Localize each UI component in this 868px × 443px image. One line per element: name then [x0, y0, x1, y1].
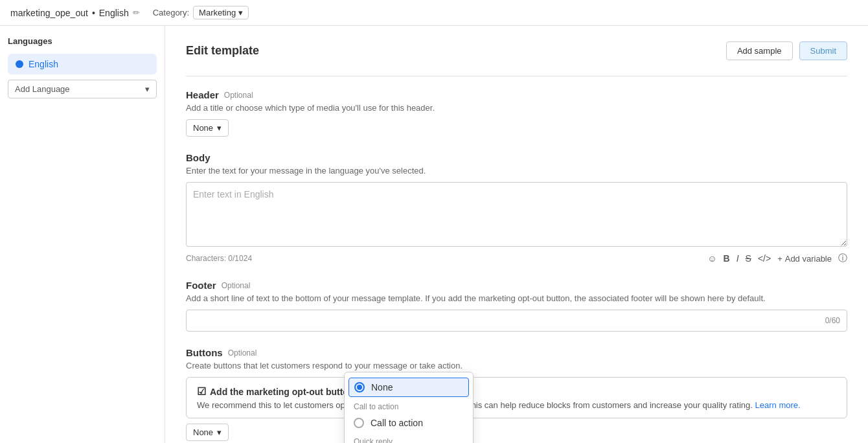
footer-input-row: 0/60 — [186, 310, 847, 332]
buttons-dropdown-chevron-icon: ▾ — [217, 427, 222, 437]
top-bar: marketing_ope_out • English ✏ Category: … — [0, 0, 868, 26]
sidebar-title: Languages — [8, 36, 157, 46]
header-dropdown-chevron-icon: ▾ — [217, 123, 222, 133]
edit-template-title: Edit template — [186, 44, 259, 58]
dropdown-item-none[interactable]: None — [348, 378, 469, 397]
emoji-icon[interactable]: ☺ — [707, 253, 716, 264]
add-language-dropdown[interactable]: Add Language ▾ — [8, 80, 157, 98]
plus-icon: + — [777, 254, 782, 264]
edit-template-header: Edit template Add sample Submit — [186, 41, 847, 60]
opt-out-desc: We recommend this to let customers opt o… — [197, 400, 836, 410]
edit-icon[interactable]: ✏ — [133, 8, 140, 17]
marketing-opt-out-box: ☑ Add the marketing opt-out button We re… — [186, 377, 847, 418]
radio-selected-icon — [16, 60, 23, 68]
body-section: Body Enter the text for your message in … — [186, 152, 847, 264]
toolbar-icons: ☺ B I S </> + Add variable ⓘ — [707, 253, 847, 264]
radio-inner-icon — [357, 385, 362, 390]
body-desc: Enter the text for your message in the l… — [186, 166, 847, 176]
footer-desc: Add a short line of text to the bottom o… — [186, 293, 847, 303]
page-title: marketing_ope_out • English ✏ — [10, 8, 140, 18]
submit-button[interactable]: Submit — [799, 41, 847, 60]
footer-input[interactable] — [193, 315, 820, 326]
category-chevron-icon: ▾ — [238, 8, 243, 17]
buttons-bottom-dropdown[interactable]: None ▾ — [186, 424, 229, 441]
char-count-row: Characters: 0/1024 ☺ B I S </> + Add var… — [186, 253, 847, 264]
category-label: Category: — [153, 8, 189, 17]
header-section: Header Optional Add a title or choose wh… — [186, 89, 847, 137]
dropdown-item-call-to-action[interactable]: Call to action — [345, 413, 473, 433]
footer-section: Footer Optional Add a short line of text… — [186, 280, 847, 332]
sidebar-item-english[interactable]: English — [8, 54, 157, 74]
dropdown-none-label: None — [371, 382, 393, 392]
footer-char-count: 0/60 — [825, 316, 840, 325]
language-label: English — [29, 59, 58, 69]
add-language-chevron-icon: ▾ — [145, 84, 150, 94]
add-language-label: Add Language — [15, 84, 70, 94]
sidebar: Languages English Add Language ▾ — [0, 26, 165, 443]
header-label: Header Optional — [186, 89, 847, 100]
footer-label: Footer Optional — [186, 280, 847, 291]
body-label: Body — [186, 152, 847, 163]
radio-cta-icon — [354, 418, 364, 428]
category-select[interactable]: Marketing ▾ — [193, 6, 249, 19]
header-dropdown[interactable]: None ▾ — [186, 119, 229, 137]
main-layout: Languages English Add Language ▾ Edit te… — [0, 26, 868, 443]
header-optional: Optional — [224, 91, 253, 100]
dropdown-overlay-menu: None Call to action Call to action Quick… — [344, 372, 474, 443]
buttons-section: Buttons Optional Create buttons that let… — [186, 347, 847, 441]
bottom-dropdown-row: None ▾ — [186, 424, 847, 441]
buttons-dropdown-value: None — [193, 427, 213, 437]
italic-icon[interactable]: I — [737, 253, 739, 264]
title-text: marketing_ope_out — [10, 8, 88, 18]
radio-none-icon — [354, 382, 365, 392]
content-area: Edit template Add sample Submit Header O… — [165, 26, 868, 443]
dropdown-section-quick-reply: Quick reply — [345, 433, 473, 443]
add-variable-button[interactable]: + Add variable — [777, 254, 832, 264]
add-sample-button[interactable]: Add sample — [726, 41, 793, 60]
footer-optional: Optional — [222, 281, 251, 290]
header-desc: Add a title or choose which type of medi… — [186, 103, 847, 113]
code-icon[interactable]: </> — [758, 253, 771, 264]
opt-out-title: ☑ Add the marketing opt-out button — [197, 385, 836, 398]
header-buttons: Add sample Submit — [726, 41, 847, 60]
body-textarea[interactable] — [186, 182, 847, 247]
dropdown-section-cta: Call to action — [345, 398, 473, 413]
buttons-label: Buttons Optional — [186, 347, 847, 358]
buttons-optional: Optional — [228, 348, 257, 358]
char-count-label: Characters: 0/1024 — [186, 254, 252, 263]
buttons-desc: Create buttons that let customers respon… — [186, 361, 847, 370]
info-icon[interactable]: ⓘ — [838, 253, 847, 264]
checkbox-icon: ☑ — [197, 385, 206, 398]
title-separator: • — [92, 8, 95, 18]
category-value: Marketing — [199, 8, 236, 17]
learn-more-link[interactable]: Learn more. — [755, 400, 801, 410]
dropdown-cta-label: Call to action — [371, 418, 423, 428]
header-dropdown-value: None — [193, 123, 213, 133]
title-language: English — [99, 8, 129, 18]
strikethrough-icon[interactable]: S — [746, 253, 751, 264]
bold-icon[interactable]: B — [724, 253, 730, 264]
